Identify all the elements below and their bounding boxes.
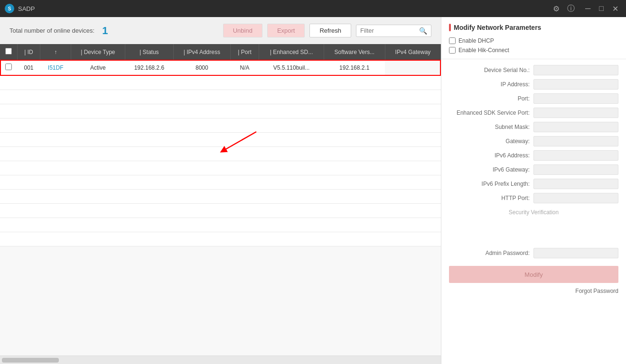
enable-hik-connect-row: Enable Hik-Connect <box>441 46 626 55</box>
row-port: 8000 <box>173 60 230 76</box>
sdk-port-row: Enhanced SDK Service Port: <box>441 106 626 120</box>
row-enhanced-sdk: N/A <box>230 60 259 76</box>
refresh-button[interactable]: Refresh <box>309 24 351 37</box>
select-all-checkbox[interactable] <box>5 48 12 55</box>
empty-row <box>0 133 441 147</box>
subnet-mask-label: Subnet Mask: <box>449 124 530 130</box>
right-panel-title-text: Modify Network Parameters <box>454 24 541 31</box>
ip-address-row: IP Address: <box>441 77 626 91</box>
right-panel: › Modify Network Parameters Enable DHCP … <box>441 17 626 364</box>
filter-wrapper: 🔍 <box>356 25 431 37</box>
close-button[interactable]: ✕ <box>609 3 621 14</box>
main: Total number of online devices: 1 Unbind… <box>0 17 626 364</box>
filter-input[interactable] <box>360 27 417 34</box>
header-ipv4-gateway: IPv4 Gateway <box>385 44 440 60</box>
header-sort[interactable]: ↑ <box>40 44 71 60</box>
header-software-vers: Software Vers... <box>324 44 385 60</box>
row-status: Active <box>71 60 125 76</box>
enable-hik-connect-checkbox[interactable] <box>449 47 456 54</box>
horizontal-scrollbar[interactable] <box>0 355 441 364</box>
table-body: 001 I51DF Active 192.168.2.6 8000 N/A V5… <box>0 60 441 246</box>
gateway-label: Gateway: <box>449 138 530 145</box>
http-port-input[interactable] <box>533 193 618 203</box>
ipv6-prefix-input[interactable] <box>533 179 618 189</box>
divider-1 <box>441 59 626 59</box>
row-ipv4-address: 192.168.2.6 <box>125 60 173 76</box>
header-status: | Status <box>125 44 173 60</box>
enable-dhcp-row: Enable DHCP <box>441 36 626 46</box>
serial-no-input[interactable] <box>533 65 618 75</box>
admin-password-label: Admin Password: <box>449 250 530 256</box>
security-verification-label: Security Verification <box>441 205 626 218</box>
titlebar-controls: ⚙ ⓘ ─ □ ✕ <box>553 3 621 14</box>
titlebar-left: S SADP <box>5 4 35 13</box>
device-table: | ID ↑ | Device Type | Status | IPv4 Add… <box>0 44 441 246</box>
serial-no-label: Device Serial No.: <box>449 67 530 73</box>
right-panel-title: Modify Network Parameters <box>441 17 626 36</box>
enable-hik-connect-label: Enable Hik-Connect <box>458 47 509 54</box>
total-devices-count: 1 <box>102 25 108 37</box>
subnet-mask-row: Subnet Mask: <box>441 120 626 134</box>
ipv6-prefix-label: IPv6 Prefix Length: <box>449 181 530 187</box>
admin-password-row: Admin Password: <box>441 246 626 260</box>
row-device-type: I51DF <box>40 60 71 76</box>
search-icon: 🔍 <box>419 27 427 35</box>
table-container[interactable]: | ID ↑ | Device Type | Status | IPv4 Add… <box>0 44 441 355</box>
ip-address-label: IP Address: <box>449 81 530 88</box>
collapse-handle[interactable]: › <box>441 181 441 200</box>
ipv6-prefix-row: IPv6 Prefix Length: <box>441 177 626 191</box>
empty-row <box>0 218 441 232</box>
table-row[interactable]: 001 I51DF Active 192.168.2.6 8000 N/A V5… <box>0 60 441 76</box>
title-accent-bar <box>449 24 451 31</box>
row-checkbox[interactable] <box>5 64 12 70</box>
toolbar: Total number of online devices: 1 Unbind… <box>0 17 441 44</box>
empty-row <box>0 204 441 218</box>
total-devices-label: Total number of online devices: <box>9 27 94 34</box>
left-panel: Total number of online devices: 1 Unbind… <box>0 17 441 364</box>
header-device-type: | Device Type <box>71 44 125 60</box>
row-ipv4-gateway: 192.168.2.1 <box>324 60 385 76</box>
titlebar-title: SADP <box>18 5 35 12</box>
row-software-vers: V5.5.110buil... <box>259 60 324 76</box>
http-port-label: HTTP Port: <box>449 195 530 201</box>
row-checkbox-cell[interactable] <box>0 60 17 76</box>
modify-button[interactable]: Modify <box>449 266 618 283</box>
gateway-input[interactable] <box>533 136 618 146</box>
empty-row <box>0 104 441 118</box>
empty-row <box>0 190 441 204</box>
empty-row <box>0 147 441 161</box>
settings-icon[interactable]: ⚙ <box>553 4 560 13</box>
enable-dhcp-checkbox[interactable] <box>449 37 456 44</box>
gateway-row: Gateway: <box>441 134 626 148</box>
empty-row <box>0 90 441 104</box>
table-header: | ID ↑ | Device Type | Status | IPv4 Add… <box>0 44 441 60</box>
minimize-button[interactable]: ─ <box>582 3 593 14</box>
ipv6-address-row: IPv6 Address: <box>441 148 626 163</box>
sdk-port-input[interactable] <box>533 108 618 118</box>
admin-password-input[interactable] <box>533 248 618 258</box>
export-button[interactable]: Export <box>267 24 305 37</box>
enable-dhcp-label: Enable DHCP <box>458 37 494 44</box>
info-icon[interactable]: ⓘ <box>567 4 575 14</box>
empty-row <box>0 76 441 90</box>
header-port: | Port <box>230 44 259 60</box>
unbind-button[interactable]: Unbind <box>223 24 262 37</box>
ipv6-gateway-row: IPv6 Gateway: <box>441 163 626 177</box>
ipv6-address-input[interactable] <box>533 150 618 161</box>
empty-row <box>0 118 441 133</box>
maximize-button[interactable]: □ <box>596 3 607 14</box>
header-enhanced-sdk: | Enhanced SD... <box>259 44 324 60</box>
port-label: Port: <box>449 95 530 102</box>
header-ipv4-address: | IPv4 Address <box>173 44 230 60</box>
ip-address-input[interactable] <box>533 79 618 90</box>
forgot-password-link[interactable]: Forgot Password <box>441 286 626 299</box>
ipv6-address-label: IPv6 Address: <box>449 152 530 159</box>
ipv6-gateway-input[interactable] <box>533 164 618 175</box>
serial-no-row: Device Serial No.: <box>441 63 626 77</box>
header-checkbox-col <box>0 44 17 60</box>
sdk-port-label: Enhanced SDK Service Port: <box>449 109 530 116</box>
port-row: Port: <box>441 91 626 106</box>
port-input[interactable] <box>533 93 618 104</box>
row-id: 001 <box>17 60 40 76</box>
subnet-mask-input[interactable] <box>533 122 618 132</box>
